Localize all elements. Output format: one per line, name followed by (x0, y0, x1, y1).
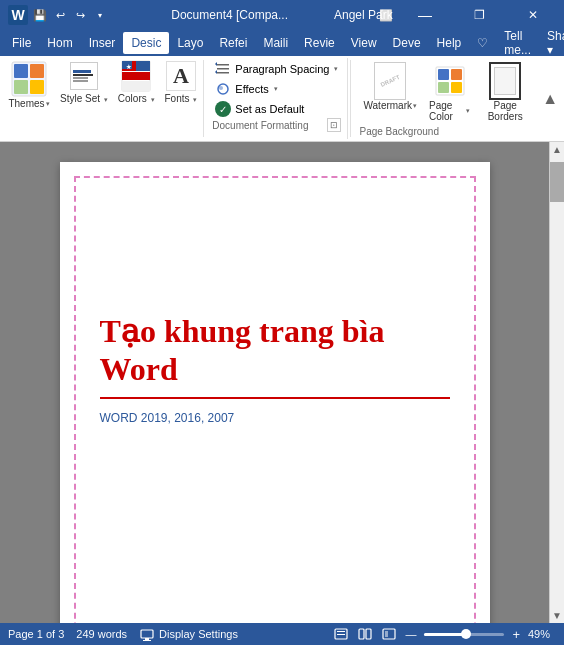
scroll-thumb[interactable] (550, 162, 564, 202)
svg-rect-29 (337, 634, 345, 635)
paragraph-spacing-label: Paragraph Spacing (235, 63, 329, 75)
zoom-slider[interactable] (424, 633, 504, 636)
page-borders-label: Page Borders (482, 100, 528, 122)
scroll-down-arrow[interactable]: ▼ (550, 608, 564, 623)
menu-heart-icon[interactable]: ♡ (469, 32, 496, 54)
svg-rect-13 (217, 68, 229, 70)
effects-arrow: ▾ (274, 85, 278, 93)
svg-rect-22 (438, 82, 449, 93)
menu-developer[interactable]: Deve (385, 32, 429, 54)
save-icon[interactable]: 💾 (32, 7, 48, 23)
menu-design[interactable]: Desic (123, 32, 169, 54)
page-bg-buttons: DRAFT Watermark ▾ (353, 58, 538, 126)
document-page: Tạo khung trang bìa Word WORD 2019, 2016… (60, 162, 490, 623)
ribbon-separator-1 (203, 60, 204, 137)
page-borders-button[interactable]: Page Borders (478, 60, 532, 124)
menu-help[interactable]: Help (429, 32, 470, 54)
menu-mailings[interactable]: Maili (255, 32, 296, 54)
menu-references[interactable]: Refei (211, 32, 255, 54)
svg-rect-12 (217, 64, 229, 66)
svg-marker-15 (215, 62, 217, 66)
watermark-button[interactable]: DRAFT Watermark ▾ (359, 60, 421, 113)
watermark-label: Watermark ▾ (363, 100, 417, 111)
svg-rect-26 (143, 640, 151, 641)
colors-label: Colors ▾ (118, 93, 155, 104)
scroll-track (550, 202, 564, 608)
paragraph-spacing-icon (215, 61, 231, 77)
svg-marker-16 (215, 70, 217, 74)
quick-access-customize-icon[interactable]: ▾ (92, 7, 108, 23)
undo-icon[interactable]: ↩ (52, 7, 68, 23)
title-bar: W 💾 ↩ ↪ ▾ Document4 [Compa... Angel Park… (0, 0, 564, 30)
menu-file[interactable]: File (4, 32, 39, 54)
ribbon-scroll-up[interactable]: ▲ (540, 58, 560, 139)
document-subtitle: WORD 2019, 2016, 2007 (100, 411, 450, 425)
title-bar-left: W 💾 ↩ ↪ ▾ (8, 5, 108, 25)
doc-format-group-label: Document Formatting (212, 120, 308, 131)
status-left: Page 1 of 3 249 words Display Settings (8, 626, 238, 642)
svg-rect-23 (451, 82, 462, 93)
scroll-up-arrow[interactable]: ▲ (550, 142, 564, 157)
colors-button[interactable]: ★ Colors ▾ (114, 58, 159, 139)
page-info: Page 1 of 3 (8, 628, 64, 640)
effects-icon (215, 81, 231, 97)
svg-rect-9 (122, 81, 150, 91)
watermark-icon: DRAFT (374, 62, 406, 100)
svg-rect-2 (30, 64, 44, 78)
doc-format-group: Paragraph Spacing ▾ Effects ▾ (206, 58, 348, 139)
style-set-button[interactable]: Style Set ▾ (56, 58, 112, 139)
display-settings-label[interactable]: Display Settings (159, 628, 238, 640)
document-view-icon[interactable] (333, 626, 349, 642)
document-area: Tạo khung trang bìa Word WORD 2019, 2016… (0, 142, 564, 623)
svg-rect-24 (141, 630, 153, 638)
restore-button[interactable]: ❐ (456, 0, 502, 30)
web-layout-icon[interactable] (381, 626, 397, 642)
menu-bar: File Hom Inser Desic Layo Refei Maili Re… (0, 30, 564, 56)
svg-rect-32 (383, 629, 395, 639)
themes-button[interactable]: Themes ▾ (4, 58, 54, 139)
svg-rect-8 (122, 72, 150, 80)
display-settings-button[interactable]: Display Settings (139, 626, 238, 642)
themes-icon (10, 60, 48, 98)
svg-rect-31 (366, 629, 371, 639)
svg-rect-30 (359, 629, 364, 639)
word-count: 249 words (76, 628, 127, 640)
zoom-plus[interactable]: + (512, 627, 520, 642)
menu-review[interactable]: Revie (296, 32, 343, 54)
effects-button[interactable]: Effects ▾ (212, 80, 341, 98)
fonts-button[interactable]: A Fonts ▾ (161, 58, 202, 139)
ribbon: Themes ▾ Style Set ▾ (0, 56, 564, 142)
redo-icon[interactable]: ↪ (72, 7, 88, 23)
svg-rect-3 (14, 80, 28, 94)
page-borders-icon (489, 62, 521, 100)
word-logo-icon: W (8, 5, 28, 25)
menu-insert[interactable]: Inser (81, 32, 124, 54)
minimize-button[interactable]: — (402, 0, 448, 30)
fonts-label: Fonts ▾ (165, 93, 198, 104)
svg-rect-28 (337, 631, 345, 632)
menu-home[interactable]: Hom (39, 32, 80, 54)
zoom-slider-thumb[interactable] (461, 629, 471, 639)
svg-rect-14 (217, 72, 229, 74)
read-mode-icon[interactable] (357, 626, 373, 642)
style-set-icon (68, 60, 100, 92)
menu-view[interactable]: View (343, 32, 385, 54)
page-color-button[interactable]: Page Color ▾ (425, 60, 474, 124)
main-title: Tạo khung trang bìa Word (100, 312, 450, 399)
display-settings-icon (139, 626, 155, 642)
vertical-scrollbar[interactable]: ▲ ▼ (549, 142, 564, 623)
status-right: — + 49% (333, 626, 556, 642)
zoom-minus[interactable]: — (405, 628, 416, 640)
zoom-percent[interactable]: 49% (528, 628, 556, 640)
paragraph-spacing-button[interactable]: Paragraph Spacing ▾ (212, 60, 341, 78)
document-scroll[interactable]: Tạo khung trang bìa Word WORD 2019, 2016… (0, 142, 549, 623)
svg-rect-21 (451, 69, 462, 80)
menu-layout[interactable]: Layo (169, 32, 211, 54)
page-background-group-label: Page Background (353, 126, 538, 139)
svg-rect-33 (385, 631, 388, 637)
set-as-default-button[interactable]: ✓ Set as Default (212, 100, 341, 118)
svg-rect-25 (145, 638, 149, 640)
svg-rect-7 (136, 61, 150, 71)
doc-format-dialog-icon[interactable]: ⊡ (327, 118, 341, 132)
style-set-label: Style Set ▾ (60, 93, 108, 104)
